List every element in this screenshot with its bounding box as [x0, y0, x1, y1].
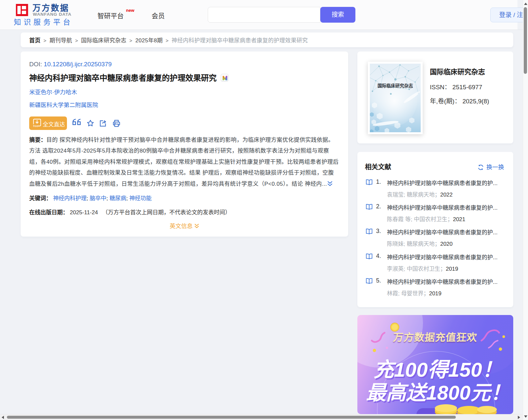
- svg-text:free: free: [33, 124, 38, 128]
